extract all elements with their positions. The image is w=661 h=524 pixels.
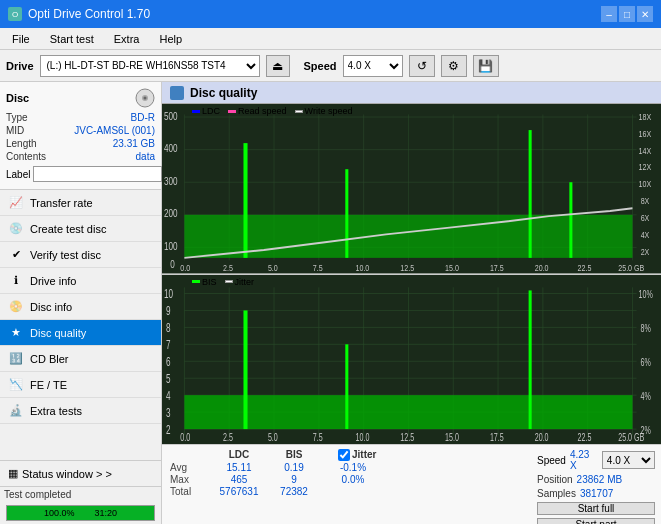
drive-config-button[interactable]: ⚙ — [441, 55, 467, 77]
eject-button[interactable]: ⏏ — [266, 55, 290, 77]
sidebar-item-label: Create test disc — [30, 223, 106, 235]
maximize-button[interactable]: □ — [619, 6, 635, 22]
sidebar-item-drive-info[interactable]: ℹ Drive info — [0, 268, 161, 294]
svg-text:20.0: 20.0 — [535, 263, 549, 273]
drive-refresh-button[interactable]: ↺ — [409, 55, 435, 77]
disc-quality-header: Disc quality — [162, 82, 661, 104]
disc-label-input[interactable] — [33, 166, 162, 182]
stats-speed-select[interactable]: 4.0 X — [602, 451, 655, 469]
nav-section: 📈 Transfer rate 💿 Create test disc ✔ Ver… — [0, 190, 161, 460]
start-full-button[interactable]: Start full — [537, 502, 655, 515]
status-text: Test completed — [0, 487, 161, 502]
sidebar-item-extra-tests[interactable]: 🔬 Extra tests — [0, 398, 161, 424]
create-test-disc-icon: 💿 — [8, 221, 24, 237]
menu-file[interactable]: File — [4, 31, 38, 47]
sidebar-item-label: Disc quality — [30, 327, 86, 339]
app-title: Opti Drive Control 1.70 — [28, 7, 150, 21]
svg-text:22.5: 22.5 — [577, 431, 591, 443]
svg-text:2.5: 2.5 — [223, 431, 233, 443]
dq-icon — [170, 86, 184, 100]
cd-bler-icon: 🔢 — [8, 351, 24, 367]
sidebar-item-transfer-rate[interactable]: 📈 Transfer rate — [0, 190, 161, 216]
max-bis: 9 — [270, 474, 318, 485]
sidebar-item-fe-te[interactable]: 📉 FE / TE — [0, 372, 161, 398]
read-speed-legend-dot — [228, 110, 236, 113]
jitter-legend-dot — [225, 280, 233, 283]
svg-text:9: 9 — [166, 304, 171, 317]
svg-text:12.5: 12.5 — [400, 431, 414, 443]
stats-left: LDC BIS Jitter Avg 15.11 0.19 -0.1% Max — [162, 445, 531, 524]
svg-text:10: 10 — [164, 287, 173, 300]
disc-length: 23.31 GB — [113, 138, 155, 149]
status-window-button[interactable]: ▦ Status window > > — [0, 461, 161, 487]
legend-bis: BIS — [192, 277, 217, 287]
disc-panel-title: Disc — [6, 92, 29, 104]
disc-label-row: Label 🔍 — [6, 165, 155, 183]
drive-info-icon: ℹ — [8, 273, 24, 289]
menu-extra[interactable]: Extra — [106, 31, 148, 47]
svg-text:25.0 GB: 25.0 GB — [618, 263, 645, 273]
svg-text:2X: 2X — [641, 247, 650, 257]
svg-text:6: 6 — [166, 355, 171, 368]
svg-rect-37 — [345, 169, 348, 258]
chart-top: LDC Read speed Write speed 500 — [162, 104, 661, 275]
drive-select[interactable]: (L:) HL-DT-ST BD-RE WH16NS58 TST4 — [40, 55, 260, 77]
svg-text:16X: 16X — [639, 129, 652, 139]
svg-text:22.5: 22.5 — [577, 263, 591, 273]
disc-contents-row: Contents data — [6, 151, 155, 162]
disc-info-icon: 📀 — [8, 299, 24, 315]
chart-bottom-svg: 10 9 8 7 6 5 4 3 2 10% 8% 6% 4% 2% — [162, 275, 661, 445]
jitter-checkbox[interactable] — [338, 449, 350, 461]
svg-text:6X: 6X — [641, 214, 650, 224]
speed-select[interactable]: 4.0 X — [343, 55, 403, 77]
stats-total-row: Total 5767631 72382 — [170, 486, 523, 497]
sidebar-item-cd-bler[interactable]: 🔢 CD Bler — [0, 346, 161, 372]
svg-text:2.5: 2.5 — [223, 263, 233, 273]
drive-save-button[interactable]: 💾 — [473, 55, 499, 77]
legend-jitter: Jitter — [225, 277, 255, 287]
sidebar-item-label: FE / TE — [30, 379, 67, 391]
svg-rect-38 — [529, 130, 532, 258]
svg-text:0: 0 — [170, 259, 175, 270]
svg-text:7.5: 7.5 — [313, 263, 323, 273]
sidebar-item-label: Verify test disc — [30, 249, 101, 261]
max-jitter: 0.0% — [318, 474, 388, 485]
svg-text:14X: 14X — [639, 146, 652, 156]
disc-contents: data — [136, 151, 155, 162]
sidebar-item-disc-info[interactable]: 📀 Disc info — [0, 294, 161, 320]
max-ldc: 465 — [208, 474, 270, 485]
sidebar-item-verify-test-disc[interactable]: ✔ Verify test disc — [0, 242, 161, 268]
samples-row: Samples 381707 — [537, 488, 655, 499]
legend-ldc: LDC — [192, 106, 220, 116]
svg-text:500: 500 — [164, 111, 178, 122]
svg-text:10%: 10% — [639, 288, 653, 300]
svg-rect-88 — [345, 344, 348, 429]
svg-rect-89 — [529, 290, 532, 429]
svg-rect-86 — [184, 395, 632, 429]
disc-length-row: Length 23.31 GB — [6, 138, 155, 149]
svg-text:10X: 10X — [639, 180, 652, 190]
sidebar: Disc Type BD-R MID JVC-AMS6L (001) Lengt… — [0, 82, 162, 524]
svg-text:15.0: 15.0 — [445, 263, 459, 273]
menu-help[interactable]: Help — [151, 31, 190, 47]
sidebar-item-disc-quality[interactable]: ★ Disc quality — [0, 320, 161, 346]
chart-top-svg: 500 400 300 200 100 0 18X 16X 14X 12X 10… — [162, 104, 661, 274]
minimize-button[interactable]: – — [601, 6, 617, 22]
svg-text:400: 400 — [164, 143, 178, 154]
close-button[interactable]: ✕ — [637, 6, 653, 22]
stats-max-row: Max 465 9 0.0% — [170, 474, 523, 485]
svg-text:18X: 18X — [639, 112, 652, 122]
svg-text:200: 200 — [164, 209, 178, 220]
disc-type-row: Type BD-R — [6, 112, 155, 123]
sidebar-item-create-test-disc[interactable]: 💿 Create test disc — [0, 216, 161, 242]
menu-start-test[interactable]: Start test — [42, 31, 102, 47]
svg-text:5.0: 5.0 — [268, 431, 278, 443]
title-bar: O Opti Drive Control 1.70 – □ ✕ — [0, 0, 661, 28]
stats-header-row: LDC BIS Jitter — [170, 449, 523, 461]
position-value: 23862 MB — [577, 474, 623, 485]
start-part-button[interactable]: Start part — [537, 518, 655, 524]
svg-text:20.0: 20.0 — [535, 431, 549, 443]
title-bar-left: O Opti Drive Control 1.70 — [8, 7, 150, 21]
svg-text:4%: 4% — [641, 390, 651, 402]
svg-text:8: 8 — [166, 321, 171, 334]
